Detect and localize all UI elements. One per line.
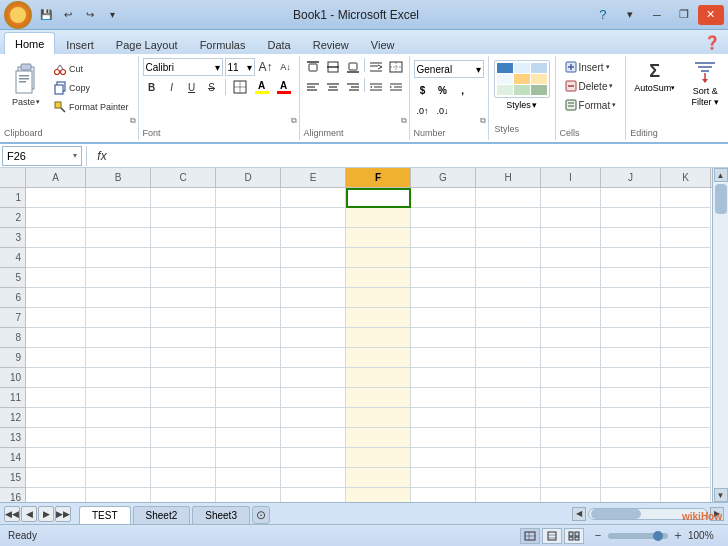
cell-H8[interactable] — [476, 328, 541, 348]
alignment-expander[interactable]: ⧉ — [401, 116, 407, 126]
cell-H16[interactable] — [476, 488, 541, 502]
cell-J13[interactable] — [601, 428, 661, 448]
scroll-track[interactable] — [714, 182, 728, 488]
cell-E11[interactable] — [281, 388, 346, 408]
zoom-in-button[interactable]: ＋ — [672, 527, 684, 544]
row-num-8[interactable]: 8 — [0, 328, 25, 348]
scroll-thumb[interactable] — [715, 184, 727, 214]
cell-H4[interactable] — [476, 248, 541, 268]
cell-H2[interactable] — [476, 208, 541, 228]
percent-button[interactable]: % — [434, 81, 452, 99]
cell-J8[interactable] — [601, 328, 661, 348]
paste-button[interactable]: Paste ▾ — [4, 58, 48, 110]
cell-G1[interactable] — [411, 188, 476, 208]
cell-F9[interactable] — [346, 348, 411, 368]
cell-F2[interactable] — [346, 208, 411, 228]
strikethrough-button[interactable]: S — [203, 78, 221, 96]
cell-J4[interactable] — [601, 248, 661, 268]
cell-D12[interactable] — [216, 408, 281, 428]
row-num-13[interactable]: 13 — [0, 428, 25, 448]
cell-G9[interactable] — [411, 348, 476, 368]
cell-D13[interactable] — [216, 428, 281, 448]
cell-J10[interactable] — [601, 368, 661, 388]
align-center-button[interactable] — [324, 78, 342, 96]
cell-K8[interactable] — [661, 328, 711, 348]
cell-C7[interactable] — [151, 308, 216, 328]
cell-A8[interactable] — [26, 328, 86, 348]
cell-I11[interactable] — [541, 388, 601, 408]
cell-D7[interactable] — [216, 308, 281, 328]
cell-J11[interactable] — [601, 388, 661, 408]
undo-button[interactable]: ↩ — [58, 5, 78, 25]
merge-center-button[interactable] — [387, 58, 405, 76]
cell-I10[interactable] — [541, 368, 601, 388]
align-top-button[interactable] — [304, 58, 322, 76]
next-sheet-button[interactable]: ▶ — [38, 506, 54, 522]
cell-I1[interactable] — [541, 188, 601, 208]
cell-E1[interactable] — [281, 188, 346, 208]
cell-I8[interactable] — [541, 328, 601, 348]
cell-A9[interactable] — [26, 348, 86, 368]
cell-J14[interactable] — [601, 448, 661, 468]
cell-H6[interactable] — [476, 288, 541, 308]
cell-B6[interactable] — [86, 288, 151, 308]
cell-E7[interactable] — [281, 308, 346, 328]
cell-B12[interactable] — [86, 408, 151, 428]
cell-E2[interactable] — [281, 208, 346, 228]
increase-decimal-button[interactable]: .0↑ — [414, 102, 432, 120]
cell-C5[interactable] — [151, 268, 216, 288]
fx-button[interactable]: fx — [91, 146, 113, 166]
cell-B3[interactable] — [86, 228, 151, 248]
redo-button[interactable]: ↪ — [80, 5, 100, 25]
row-num-9[interactable]: 9 — [0, 348, 25, 368]
cell-C2[interactable] — [151, 208, 216, 228]
cell-A11[interactable] — [26, 388, 86, 408]
cell-C6[interactable] — [151, 288, 216, 308]
cell-G14[interactable] — [411, 448, 476, 468]
cell-C15[interactable] — [151, 468, 216, 488]
cell-B4[interactable] — [86, 248, 151, 268]
cell-I13[interactable] — [541, 428, 601, 448]
cell-K9[interactable] — [661, 348, 711, 368]
cell-D14[interactable] — [216, 448, 281, 468]
styles-button[interactable]: Styles ▾ — [495, 60, 549, 110]
cell-H12[interactable] — [476, 408, 541, 428]
cell-E5[interactable] — [281, 268, 346, 288]
font-name-dropdown[interactable]: Calibri ▾ — [143, 58, 223, 76]
row-num-4[interactable]: 4 — [0, 248, 25, 268]
cell-F6[interactable] — [346, 288, 411, 308]
cell-G8[interactable] — [411, 328, 476, 348]
cell-C8[interactable] — [151, 328, 216, 348]
vertical-scrollbar[interactable]: ▲ ▼ — [712, 168, 728, 502]
number-format-dropdown[interactable]: General ▾ — [414, 60, 484, 78]
cell-B9[interactable] — [86, 348, 151, 368]
cell-C9[interactable] — [151, 348, 216, 368]
row-num-5[interactable]: 5 — [0, 268, 25, 288]
normal-view-button[interactable] — [520, 528, 540, 544]
cell-F10[interactable] — [346, 368, 411, 388]
cell-A1[interactable] — [26, 188, 86, 208]
cell-E16[interactable] — [281, 488, 346, 502]
col-header-b[interactable]: B — [86, 168, 151, 187]
last-sheet-button[interactable]: ▶▶ — [55, 506, 71, 522]
cell-G7[interactable] — [411, 308, 476, 328]
cell-J16[interactable] — [601, 488, 661, 502]
align-bottom-button[interactable] — [344, 58, 362, 76]
font-expander[interactable]: ⧉ — [291, 116, 297, 126]
increase-indent-button[interactable] — [387, 78, 405, 96]
align-right-button[interactable] — [344, 78, 362, 96]
cell-B1[interactable] — [86, 188, 151, 208]
insert-button[interactable]: Insert ▾ — [560, 58, 615, 76]
cell-K7[interactable] — [661, 308, 711, 328]
first-sheet-button[interactable]: ◀◀ — [4, 506, 20, 522]
borders-button[interactable] — [230, 78, 250, 96]
font-color-button[interactable]: A — [274, 79, 294, 95]
cell-B8[interactable] — [86, 328, 151, 348]
zoom-slider[interactable] — [608, 533, 668, 539]
number-expander[interactable]: ⧉ — [480, 116, 486, 126]
col-header-j[interactable]: J — [601, 168, 661, 187]
cell-A14[interactable] — [26, 448, 86, 468]
cell-A13[interactable] — [26, 428, 86, 448]
cell-F13[interactable] — [346, 428, 411, 448]
cell-F7[interactable] — [346, 308, 411, 328]
